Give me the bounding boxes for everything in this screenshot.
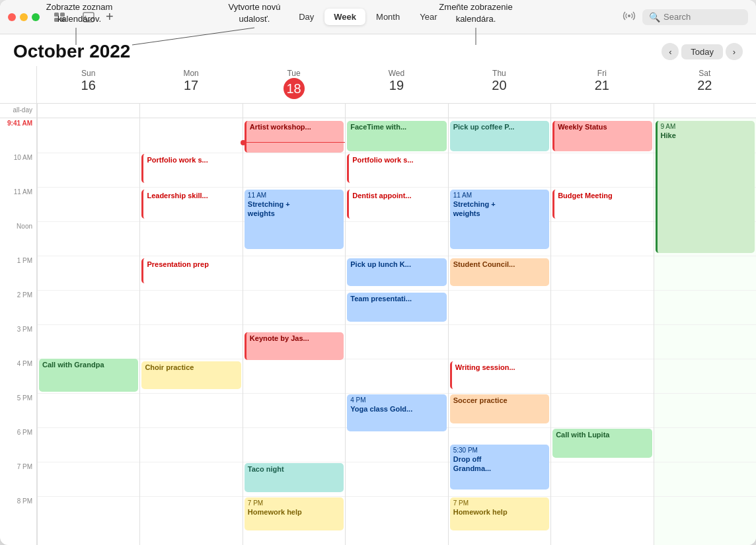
time-10am: 10 AM bbox=[0, 153, 36, 187]
event-homework-tue[interactable]: 7 PM Homework help bbox=[245, 497, 344, 530]
svg-rect-6 bbox=[60, 18, 65, 22]
event-soccer[interactable]: Soccer practice bbox=[450, 394, 549, 423]
event-hike[interactable]: 9 AM Hike bbox=[656, 121, 755, 253]
day-header-wed: Wed19 bbox=[345, 66, 447, 103]
event-keynote[interactable]: Keynote by Jas... bbox=[245, 332, 344, 360]
calendar-header: October 2022 ‹ Today › bbox=[0, 34, 756, 66]
allday-tue bbox=[243, 104, 345, 118]
maximize-button[interactable] bbox=[32, 13, 40, 21]
titlebar: + Day Week Month Year 🔍 bbox=[0, 0, 756, 34]
time-6pm: 6 PM bbox=[0, 427, 36, 462]
calendar-title: October 2022 bbox=[13, 41, 130, 62]
calendar-grid-wrapper: 9:41 AM 10 AM 11 AM Noon 1 PM 2 PM 3 PM … bbox=[0, 118, 756, 545]
close-button[interactable] bbox=[8, 13, 16, 21]
allday-fri bbox=[550, 104, 653, 118]
allday-sat bbox=[654, 104, 756, 118]
add-event-button[interactable]: + bbox=[106, 9, 114, 24]
event-portfolio-wed[interactable]: Portfolio work s... bbox=[347, 154, 446, 183]
event-weekly-status[interactable]: Weekly Status bbox=[552, 121, 652, 151]
col-tue: Artist workshop... 11 AM Stretching + we… bbox=[243, 118, 345, 545]
time-noon: Noon bbox=[0, 221, 36, 256]
time-column: 9:41 AM 10 AM 11 AM Noon 1 PM 2 PM 3 PM … bbox=[0, 118, 37, 545]
event-budget-meeting[interactable]: Budget Meeting bbox=[552, 190, 652, 219]
time-8pm: 8 PM bbox=[0, 496, 36, 530]
event-stretching-tue[interactable]: 11 AM Stretching + weights bbox=[245, 190, 344, 249]
event-taco-night[interactable]: Taco night bbox=[245, 463, 344, 492]
view-tabs: Day Week Month Year bbox=[119, 9, 617, 25]
event-facetime[interactable]: FaceTime with... bbox=[347, 121, 446, 151]
time-7pm: 7 PM bbox=[0, 462, 36, 496]
allday-wed bbox=[345, 104, 447, 118]
day-header-row: Sun16 Mon17 Tue18 Wed19 Thu20 Fri21 Sat2… bbox=[0, 66, 756, 104]
tab-week[interactable]: Week bbox=[324, 9, 365, 25]
calendar-window: Zobrazte zoznamkalendárov. Vytvorte novú… bbox=[0, 0, 756, 545]
allday-row: all-day bbox=[0, 104, 756, 118]
antenna-icon[interactable] bbox=[623, 9, 636, 25]
current-time-line bbox=[243, 142, 345, 143]
col-wed: FaceTime with... Portfolio work s... Den… bbox=[345, 118, 447, 545]
tab-year[interactable]: Year bbox=[410, 9, 446, 25]
search-icon: 🔍 bbox=[649, 12, 660, 22]
minimize-button[interactable] bbox=[20, 13, 28, 21]
event-portfolio-mon[interactable]: Portfolio work s... bbox=[141, 154, 241, 183]
allday-thu bbox=[448, 104, 550, 118]
allday-mon bbox=[139, 104, 242, 118]
event-pick-up-coffee[interactable]: Pick up coffee P... bbox=[450, 121, 549, 151]
day-header-tue: Tue18 bbox=[243, 66, 345, 103]
time-3pm: 3 PM bbox=[0, 324, 36, 359]
tab-day[interactable]: Day bbox=[289, 9, 323, 25]
day-header-fri: Fri21 bbox=[550, 66, 653, 103]
time-1pm: 1 PM bbox=[0, 256, 36, 290]
next-button[interactable]: › bbox=[726, 43, 743, 60]
event-pickup-lunch[interactable]: Pick up lunch K... bbox=[347, 258, 446, 286]
col-sat: 9 AM Hike bbox=[654, 118, 756, 545]
day-header-sun: Sun16 bbox=[37, 66, 139, 103]
allday-sun bbox=[37, 104, 139, 118]
day-header-thu: Thu20 bbox=[448, 66, 550, 103]
event-choir[interactable]: Choir practice bbox=[141, 361, 241, 389]
time-2pm: 2 PM bbox=[0, 290, 36, 324]
event-call-lupita[interactable]: Call with Lupita bbox=[552, 429, 652, 458]
traffic-lights bbox=[8, 13, 40, 21]
event-team-presentation[interactable]: Team presentati... bbox=[347, 293, 446, 322]
col-mon: Portfolio work s... Leadership skill... … bbox=[139, 118, 242, 545]
event-student-council[interactable]: Student Council... bbox=[450, 258, 549, 286]
svg-rect-5 bbox=[54, 18, 59, 22]
allday-label: all-day bbox=[0, 104, 37, 118]
inbox-icon[interactable] bbox=[79, 8, 98, 26]
col-thu: Pick up coffee P... 11 AM Stretching + w… bbox=[448, 118, 550, 545]
time-5pm: 5 PM bbox=[0, 393, 36, 427]
event-dropoff[interactable]: 5:30 PM Drop off Grandma... bbox=[450, 445, 549, 490]
event-call-grandpa[interactable]: Call with Grandpa bbox=[39, 359, 138, 392]
search-input[interactable] bbox=[663, 12, 743, 22]
event-artist-workshop[interactable]: Artist workshop... bbox=[245, 121, 344, 153]
col-fri: Weekly Status Budget Meeting Call with L… bbox=[550, 118, 653, 545]
event-dentist[interactable]: Dentist appoint... bbox=[347, 190, 446, 219]
prev-button[interactable]: ‹ bbox=[662, 43, 679, 60]
time-4pm: 4 PM bbox=[0, 359, 36, 393]
svg-rect-3 bbox=[54, 13, 59, 17]
calendar-grid: 9:41 AM 10 AM 11 AM Noon 1 PM 2 PM 3 PM … bbox=[0, 118, 756, 545]
nav-controls: ‹ Today › bbox=[662, 43, 743, 60]
event-yoga[interactable]: 4 PM Yoga class Gold... bbox=[347, 394, 446, 431]
event-stretching-thu[interactable]: 11 AM Stretching + weights bbox=[450, 190, 549, 249]
event-leadership[interactable]: Leadership skill... bbox=[141, 190, 241, 219]
svg-rect-4 bbox=[60, 13, 65, 17]
day-header-sat: Sat22 bbox=[654, 66, 756, 103]
day-header-mon: Mon17 bbox=[139, 66, 242, 103]
event-homework-thu[interactable]: 7 PM Homework help bbox=[450, 497, 549, 530]
current-time-label: 9:41 AM bbox=[0, 118, 36, 153]
svg-point-8 bbox=[628, 15, 630, 17]
event-presentation-prep[interactable]: Presentation prep bbox=[141, 258, 241, 283]
event-writing-session[interactable]: Writing session... bbox=[450, 361, 549, 389]
tab-month[interactable]: Month bbox=[367, 9, 409, 25]
toolbar-right: 🔍 bbox=[623, 9, 748, 25]
calendar-list-icon[interactable] bbox=[50, 8, 69, 26]
search-box[interactable]: 🔍 bbox=[642, 9, 748, 25]
time-11am: 11 AM bbox=[0, 187, 36, 221]
col-sun: Call with Grandpa bbox=[37, 118, 139, 545]
today-button[interactable]: Today bbox=[681, 44, 723, 59]
